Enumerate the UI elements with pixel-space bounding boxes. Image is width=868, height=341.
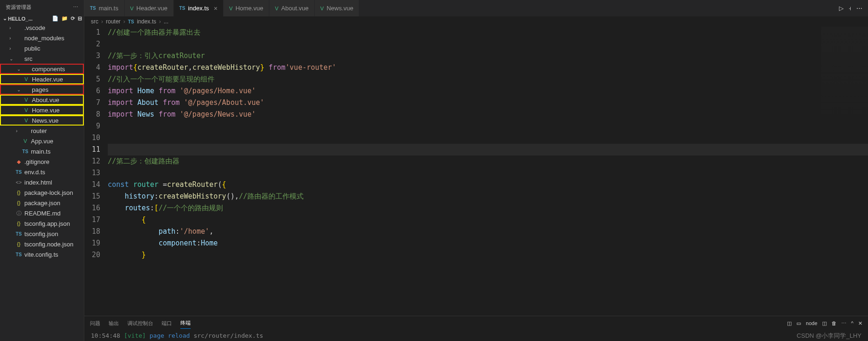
breadcrumb-item[interactable]: ... bbox=[164, 18, 169, 25]
project-header[interactable]: ⌄ HELLO_... 📄 📁 ⟳ ⊟ bbox=[0, 15, 84, 22]
code-line[interactable]: } bbox=[108, 249, 868, 261]
tree-item[interactable]: {}package.json bbox=[0, 198, 84, 208]
file-icon: {} bbox=[15, 241, 22, 247]
code-line[interactable]: history:createWebHistory(),//路由器的工作模式 bbox=[108, 191, 868, 202]
breadcrumb-item[interactable]: router bbox=[106, 18, 120, 25]
code-line[interactable]: routes:[//一个个的路由规则 bbox=[108, 202, 868, 214]
more-terminal-icon[interactable]: ⋯ bbox=[841, 320, 846, 326]
tree-item[interactable]: VAbout.vue bbox=[0, 95, 84, 105]
tab-label: News.vue bbox=[326, 5, 353, 12]
editor-tab[interactable]: VNews.vue bbox=[315, 0, 359, 16]
editor-tab[interactable]: VHeader.vue bbox=[125, 0, 174, 16]
tree-item[interactable]: {}package-lock.json bbox=[0, 187, 84, 198]
code-line[interactable]: import About from '@/pages/About.vue' bbox=[108, 97, 868, 109]
more-actions-icon[interactable]: ⋯ bbox=[856, 5, 862, 12]
chevron-icon: › bbox=[16, 128, 22, 133]
code-line[interactable]: { bbox=[108, 214, 868, 226]
code-line[interactable]: import{createRouter,createWebHistory} fr… bbox=[108, 62, 868, 74]
tree-item-label: Header.vue bbox=[32, 76, 63, 83]
editor-tab[interactable]: TSindex.ts× bbox=[174, 0, 224, 16]
editor-tab[interactable]: VHome.vue bbox=[223, 0, 269, 16]
panel-tab[interactable]: 调试控制台 bbox=[127, 318, 153, 329]
file-icon: V bbox=[22, 97, 30, 103]
line-number: 12 bbox=[84, 156, 100, 167]
terminal-profile-icon[interactable]: ▭ bbox=[796, 320, 801, 326]
tab-label: Header.vue bbox=[136, 5, 168, 12]
tab-icon: TS bbox=[90, 6, 96, 11]
split-terminal-icon[interactable]: ◫ bbox=[822, 320, 827, 326]
tree-item[interactable]: ⌄src bbox=[0, 53, 84, 64]
new-file-icon[interactable]: 📄 bbox=[52, 15, 59, 22]
code-line[interactable]: component:Home bbox=[108, 237, 868, 249]
breadcrumb-item[interactable]: src bbox=[91, 18, 98, 25]
tab-label: index.ts bbox=[188, 5, 209, 12]
code-line[interactable]: //创建一个路由器并暴露出去 bbox=[108, 27, 868, 38]
panel-tab[interactable]: 端口 bbox=[162, 318, 172, 329]
line-number: 10 bbox=[84, 132, 100, 144]
chevron-icon: ⌄ bbox=[17, 67, 22, 72]
code-line[interactable]: path:'/home', bbox=[108, 226, 868, 237]
code-lines[interactable]: //创建一个路由器并暴露出去 //第一步：引入creatRouterimport… bbox=[108, 27, 868, 316]
breadcrumb-item[interactable]: index.ts bbox=[137, 18, 156, 25]
panel-close-icon[interactable]: ✕ bbox=[858, 320, 862, 326]
refresh-icon[interactable]: ⟳ bbox=[71, 15, 75, 22]
minimap[interactable] bbox=[821, 27, 868, 120]
trash-icon[interactable]: 🗑 bbox=[831, 320, 837, 326]
tab-icon: V bbox=[275, 6, 278, 11]
editor-tab[interactable]: VAbout.vue bbox=[269, 0, 315, 16]
code-line[interactable]: //引入一个一个可能要呈现的组件 bbox=[108, 74, 868, 85]
close-icon[interactable]: × bbox=[214, 5, 217, 12]
tree-item[interactable]: ›node_modules bbox=[0, 33, 84, 43]
file-icon: TS bbox=[15, 170, 22, 175]
tree-item-label: .gitignore bbox=[24, 158, 49, 165]
new-folder-icon[interactable]: 📁 bbox=[61, 15, 68, 22]
panel-layout-icon[interactable]: ◫ bbox=[787, 320, 792, 326]
code-line[interactable]: const router =createRouter({ bbox=[108, 179, 868, 191]
tree-item[interactable]: VNews.vue bbox=[0, 115, 84, 126]
panel-up-icon[interactable]: ^ bbox=[851, 320, 853, 326]
tree-item[interactable]: {}tsconfig.app.json bbox=[0, 218, 84, 229]
line-number: 2 bbox=[84, 38, 100, 50]
collapse-icon[interactable]: ⊟ bbox=[78, 15, 82, 22]
tree-item[interactable]: ⌄pages bbox=[0, 84, 84, 95]
tree-item[interactable]: TStsconfig.json bbox=[0, 229, 84, 239]
tree-item[interactable]: ›public bbox=[0, 43, 84, 53]
panel-tab[interactable]: 问题 bbox=[90, 318, 100, 329]
code-line[interactable] bbox=[108, 144, 868, 156]
tree-item-label: node_modules bbox=[24, 35, 64, 42]
run-icon[interactable]: ▷ bbox=[839, 5, 844, 12]
tree-item[interactable]: {}tsconfig.node.json bbox=[0, 239, 84, 249]
code-editor[interactable]: 1234567891011121314151617181920 //创建一个路由… bbox=[84, 27, 868, 316]
more-icon[interactable]: ⋯ bbox=[73, 4, 78, 10]
code-line[interactable] bbox=[108, 167, 868, 179]
code-line[interactable]: //第二步：创建路由器 bbox=[108, 156, 868, 167]
breadcrumbs[interactable]: src›router›TS index.ts›... bbox=[84, 16, 868, 27]
tree-item[interactable]: ◆.gitignore bbox=[0, 156, 84, 167]
tree-item[interactable]: ›.vscode bbox=[0, 22, 84, 33]
split-editor-icon[interactable]: ⫞ bbox=[848, 5, 852, 12]
code-line[interactable]: import News from '@/pages/News.vue' bbox=[108, 109, 868, 120]
tab-label: About.vue bbox=[281, 5, 309, 12]
tree-item[interactable]: <>index.html bbox=[0, 177, 84, 187]
terminal-output[interactable]: 10:54:48 [vite] page reload src/router/i… bbox=[84, 330, 868, 341]
code-line[interactable] bbox=[108, 132, 868, 144]
tree-item[interactable]: VApp.vue bbox=[0, 136, 84, 146]
panel-tab[interactable]: 终端 bbox=[180, 318, 191, 329]
file-icon: V bbox=[22, 118, 30, 123]
code-line[interactable]: //第一步：引入creatRouter bbox=[108, 50, 868, 62]
tree-item[interactable]: ›router bbox=[0, 126, 84, 136]
panel-tab[interactable]: 输出 bbox=[109, 318, 119, 329]
code-line[interactable]: import Home from '@/pages/Home.vue' bbox=[108, 85, 868, 97]
tree-item[interactable]: ⓘREADME.md bbox=[0, 208, 84, 218]
tab-bar: TSmain.tsVHeader.vueTSindex.ts×VHome.vue… bbox=[84, 0, 868, 16]
tree-item[interactable]: TSmain.ts bbox=[0, 146, 84, 156]
code-line[interactable] bbox=[108, 38, 868, 50]
tree-item[interactable]: VHeader.vue bbox=[0, 74, 84, 84]
tree-item[interactable]: ⌄components bbox=[0, 64, 84, 74]
code-line[interactable] bbox=[108, 120, 868, 132]
tree-item[interactable]: VHome.vue bbox=[0, 105, 84, 115]
editor-tab[interactable]: TSmain.ts bbox=[84, 0, 125, 16]
tab-icon: V bbox=[320, 6, 324, 11]
tree-item[interactable]: TSenv.d.ts bbox=[0, 167, 84, 177]
tree-item[interactable]: TSvite.config.ts bbox=[0, 249, 84, 259]
